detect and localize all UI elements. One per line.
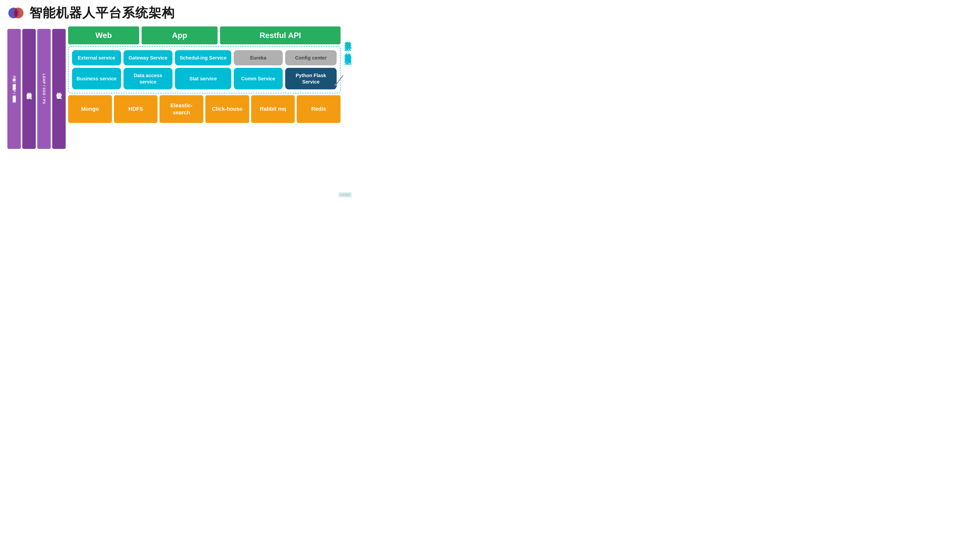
right-label-algorithm: 算法预测模型 xyxy=(343,48,353,53)
gateway-service-box: Gateway Service xyxy=(124,50,172,65)
sidebar-text-misc: 各种PC端对接/ 各种APP端对接/ 报表对接/ ... xyxy=(7,29,21,149)
sidebar-text-auth: 外接认证 xyxy=(52,29,66,149)
data-access-service-box: Data access service xyxy=(124,68,172,89)
python-flask-service-box: Python Flask Service xyxy=(285,68,337,89)
clickhouse-box: Click-house xyxy=(205,95,249,123)
external-service-box: External service xyxy=(72,50,121,65)
center-area: Web App Restful API External service Gat… xyxy=(68,27,340,123)
business-service-box: Business service xyxy=(72,68,121,89)
services-row-2: Business service Data access service Sta… xyxy=(72,68,337,89)
stat-service-box: Stat service xyxy=(175,68,231,89)
left-sidebar: 各种PC端对接/ 各种APP端对接/ 报表对接/ ... 外接系统 LDAP /… xyxy=(7,29,66,149)
mongo-box: Mongo xyxy=(68,95,112,123)
redis-box: Redis xyxy=(297,95,340,123)
hdfs-box: HDFS xyxy=(114,95,158,123)
comm-service-box: Comm Service xyxy=(234,68,283,89)
sidebar-text-ldap: LDAP / SSO / PS xyxy=(37,29,51,149)
svg-line-2 xyxy=(336,75,343,85)
header-api: Restful API xyxy=(220,27,340,44)
bottom-row: Mongo HDFS Eleastic-search Click-house R… xyxy=(68,95,340,123)
services-container: External service Gateway Service Schedul… xyxy=(68,46,340,93)
rabbitmq-box: Rabbit mq xyxy=(251,95,295,123)
right-sidebar: 微服务层 算法预测模型 xyxy=(343,29,353,53)
right-label-microservice: 微服务层 xyxy=(343,36,353,40)
services-row-1: External service Gateway Service Schedul… xyxy=(72,50,337,65)
header: 智能机器人平台系统架构 xyxy=(0,0,357,24)
elasticsearch-box: Eleastic-search xyxy=(159,95,204,123)
main-content: 各种PC端对接/ 各种APP端对接/ 报表对接/ ... 外接系统 LDAP /… xyxy=(0,24,357,197)
eureka-box: Eureka xyxy=(234,50,283,65)
scheduling-service-box: Schedul-ing Service xyxy=(175,50,231,65)
watermark: AI富图表 xyxy=(338,192,352,197)
header-web: Web xyxy=(68,27,139,44)
logo xyxy=(7,5,24,22)
header-app: App xyxy=(142,27,218,44)
top-headers: Web App Restful API xyxy=(68,27,340,44)
config-center-box: Config center xyxy=(285,50,337,65)
page-title: 智能机器人平台系统架构 xyxy=(29,5,175,22)
sidebar-text-external: 外接系统 xyxy=(22,29,36,149)
